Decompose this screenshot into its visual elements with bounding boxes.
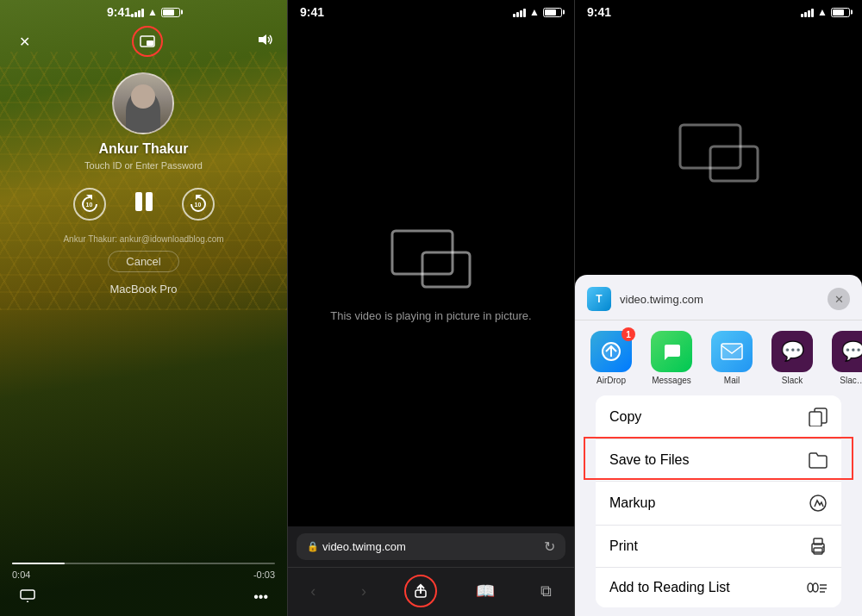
airplay-icon[interactable] <box>19 588 36 606</box>
forward-button[interactable]: 10 <box>182 188 215 221</box>
time-start: 0:04 <box>12 569 30 580</box>
touch-id-text: Touch ID or Enter Password <box>84 160 203 171</box>
share-close-button[interactable]: ✕ <box>828 288 850 310</box>
airdrop-item[interactable]: 1 AirDrop <box>582 331 640 385</box>
save-to-files-action[interactable]: Save to Files <box>596 439 841 482</box>
browser-toolbar: ‹ › 📖 ⧉ <box>288 567 574 616</box>
print-icon <box>809 538 828 555</box>
slack-label: Slack <box>782 376 803 385</box>
panel-share: 9:41 ▲ T video.twimg.com ✕ <box>575 0 862 616</box>
mail-icon <box>711 331 753 372</box>
share-header: T video.twimg.com ✕ <box>575 275 862 320</box>
pip-icon <box>388 227 474 296</box>
share-button[interactable] <box>404 575 437 607</box>
pip-button[interactable] <box>132 26 163 57</box>
status-time-3: 9:41 <box>587 5 611 19</box>
url-text: 🔒 video.twimg.com <box>307 540 406 553</box>
messages-label: Messages <box>652 376 691 385</box>
lock-icon: 🔒 <box>307 541 319 552</box>
print-action[interactable]: Print <box>596 526 841 568</box>
save-to-files-label: Save to Files <box>609 452 689 468</box>
reading-list-label: Add to Reading List <box>609 580 730 595</box>
save-files-icon <box>809 451 828 469</box>
wifi-icon-1: ▲ <box>147 6 158 18</box>
cancel-button-lock[interactable]: Cancel <box>108 251 178 272</box>
avatar <box>112 72 174 134</box>
browser-bar: 🔒 video.twimg.com ↻ <box>288 526 574 567</box>
panel-pip: 9:41 ▲ This video is playing in p <box>287 0 575 616</box>
svg-point-23 <box>822 546 824 548</box>
slack-icon: 💬 <box>771 331 813 372</box>
macbook-label: MacBook Pro <box>109 283 177 296</box>
slack-item[interactable]: 💬 Slack <box>763 331 821 385</box>
airdrop-badge: 1 <box>622 327 635 341</box>
svg-rect-7 <box>21 590 34 599</box>
email-text: Ankur Thakur: ankur@idownloadblog.com <box>63 234 223 244</box>
status-icons-2: ▲ <box>513 6 562 18</box>
signal-icon-2 <box>513 8 526 17</box>
url-display: video.twimg.com <box>322 540 406 553</box>
messages-icon <box>651 331 692 372</box>
bottom-icons: ••• <box>12 588 275 606</box>
svg-point-25 <box>813 583 818 592</box>
mail-label: Mail <box>724 376 740 385</box>
time-row: 0:04 -0:03 <box>12 569 275 580</box>
slack2-icon: 💬 <box>832 331 862 372</box>
panel-lock-screen: 9:41 ▲ ✕ <box>0 0 287 616</box>
progress-bar[interactable] <box>12 563 275 564</box>
pip-message: This video is playing in picture in pict… <box>330 309 531 322</box>
status-bar-2: 9:41 ▲ <box>288 0 574 22</box>
bookmarks-button[interactable]: 📖 <box>469 578 502 604</box>
reading-list-action[interactable]: Add to Reading List <box>596 568 841 607</box>
svg-rect-18 <box>809 412 821 426</box>
back-button[interactable]: ‹ <box>303 579 322 604</box>
bg-pip-icon <box>676 121 762 190</box>
messages-item[interactable]: Messages <box>642 331 701 385</box>
print-label: Print <box>609 538 638 554</box>
signal-icon-3 <box>801 8 814 17</box>
battery-icon-1 <box>161 8 180 17</box>
volume-button[interactable] <box>258 33 275 50</box>
markup-action[interactable]: Markup <box>596 482 841 526</box>
signal-icon-1 <box>131 8 144 17</box>
avatar-section: Ankur Thakur Touch ID or Enter Password <box>84 72 203 171</box>
status-bar-1: 9:41 ▲ <box>95 0 192 22</box>
slack2-item[interactable]: 💬 Slac… <box>823 331 862 385</box>
share-sheet: T video.twimg.com ✕ 1 AirDrop <box>575 275 862 616</box>
status-bar-3: 9:41 ▲ <box>575 0 862 22</box>
svg-point-24 <box>808 583 813 592</box>
more-icon[interactable]: ••• <box>253 589 268 605</box>
replay-button[interactable]: 10 <box>73 188 106 221</box>
wifi-icon-2: ▲ <box>529 6 540 18</box>
copy-icon <box>809 408 828 426</box>
replay-num: 10 <box>86 202 93 208</box>
svg-rect-16 <box>721 344 742 359</box>
url-bar[interactable]: 🔒 video.twimg.com ↻ <box>297 533 565 560</box>
app-icons-row: 1 AirDrop Messages <box>575 320 862 395</box>
close-button[interactable]: ✕ <box>12 29 36 53</box>
mail-item[interactable]: Mail <box>703 331 761 385</box>
action-list: Copy Save to Files Markup <box>596 395 841 607</box>
forward-nav-button[interactable]: › <box>354 579 373 604</box>
action-list-wrapper: Copy Save to Files Markup <box>584 395 853 607</box>
reading-list-icon <box>807 582 828 594</box>
share-url: video.twimg.com <box>620 293 819 306</box>
wifi-icon-3: ▲ <box>817 6 828 18</box>
pause-button[interactable] <box>132 190 156 220</box>
svg-rect-10 <box>422 252 470 287</box>
battery-icon-3 <box>831 8 850 17</box>
copy-label: Copy <box>609 409 641 425</box>
svg-rect-22 <box>814 548 822 554</box>
refresh-button[interactable]: ↻ <box>544 538 555 555</box>
forward-num: 10 <box>195 202 202 208</box>
status-icons-3: ▲ <box>801 6 850 18</box>
status-time-2: 9:41 <box>300 5 324 19</box>
battery-icon-2 <box>543 8 562 17</box>
status-time-1: 9:41 <box>107 5 131 19</box>
bg-pip-area <box>575 26 862 284</box>
bottom-controls: 0:04 -0:03 ••• <box>0 563 287 616</box>
copy-action[interactable]: Copy <box>596 395 841 439</box>
tabs-button[interactable]: ⧉ <box>534 579 559 604</box>
time-end: -0:03 <box>253 569 275 580</box>
share-favicon: T <box>587 287 611 311</box>
